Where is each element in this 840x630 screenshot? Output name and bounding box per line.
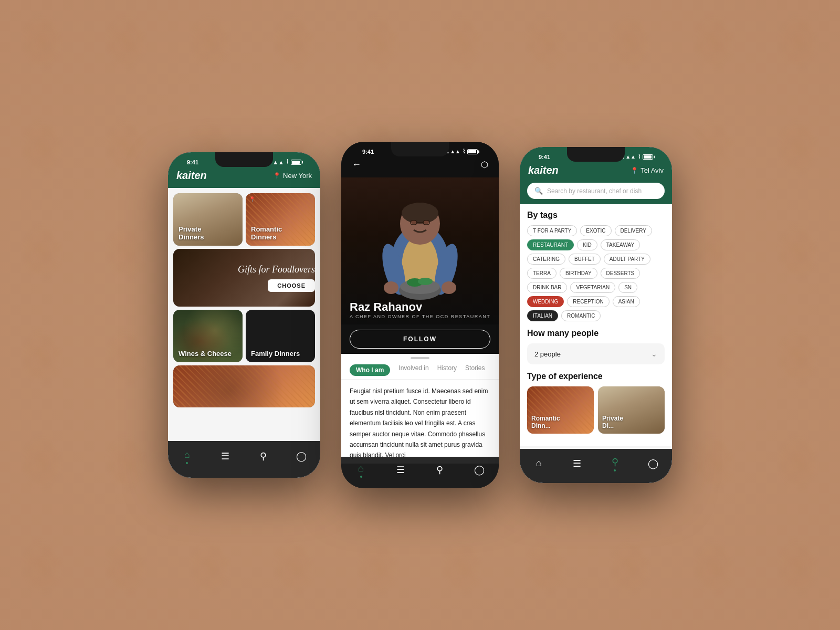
menu-icon-3: ☰ — [571, 457, 583, 470]
tag-sn[interactable]: SN — [618, 282, 637, 293]
tab-who-i-am[interactable]: Who I am — [350, 364, 390, 376]
location-row-3: 📍 Tel Aviv — [631, 166, 664, 174]
location-text-3: Tel Aviv — [640, 166, 664, 174]
nav-search-1[interactable]: ⚲ — [257, 450, 269, 463]
search-nav-icon: ⚲ — [257, 450, 269, 463]
nav-search-3[interactable]: ⚲ — [608, 456, 621, 471]
nav-bar-1: ⌂ ☰ ⚲ ◯ — [168, 441, 320, 478]
location-pin-icon-3: 📍 — [631, 167, 638, 174]
tag-buffet[interactable]: BUFFET — [569, 254, 601, 265]
menu-icon: ☰ — [219, 450, 232, 463]
nav-home-1[interactable]: ⌂ — [181, 448, 193, 464]
card-private-dinners[interactable]: PrivateDinners — [173, 193, 243, 246]
phone1-content: PrivateDinners 📍 RomanticDinners Gifts f… — [168, 188, 320, 445]
phone2-nav: ← ⬡ — [352, 157, 488, 172]
location-text-1: New York — [283, 172, 312, 180]
experience-cards: RomanticDinn... PrivateDi... — [527, 386, 665, 434]
nav-home-2[interactable]: ⌂ — [355, 462, 368, 478]
tab-involved-in[interactable]: Involved in — [398, 364, 428, 376]
tag-drink-bar[interactable]: DRINK BAR — [527, 282, 567, 293]
nav-search-2[interactable]: ⚲ — [434, 464, 446, 476]
scroll-indicator — [341, 354, 499, 359]
tag-asian[interactable]: ASIAN — [613, 296, 640, 307]
profile-icon-2: ◯ — [473, 464, 486, 476]
people-value: 2 people — [534, 350, 561, 358]
tag-vegetarian[interactable]: VEGETARIAN — [570, 282, 615, 293]
follow-btn-wrap: FOLLOW — [341, 324, 499, 354]
menu-icon-2: ☰ — [394, 464, 407, 476]
chef-info: Raz Rahanov A CHEF AND OWNER OF THE OCD … — [350, 300, 490, 319]
tag-restaurant[interactable]: RESTAURANT — [527, 239, 574, 250]
card-romantic-dinners[interactable]: 📍 RomanticDinners — [246, 193, 315, 246]
follow-button[interactable]: FOLLOW — [350, 330, 490, 349]
time-1: 9:41 — [187, 159, 198, 165]
app-logo-1: kaiten — [176, 170, 207, 182]
nav-menu-3[interactable]: ☰ — [571, 457, 583, 470]
search-input[interactable]: Search by restaurant, chef or dish — [547, 187, 642, 195]
tab-history[interactable]: History — [437, 364, 457, 376]
search-icon: 🔍 — [534, 187, 543, 195]
phone-1: 9:41 ▲▲▲ ⌇ kaiten 📍 New York — [168, 152, 320, 478]
wifi-icon-2: ⌇ — [463, 148, 465, 155]
tags-container: T FOR A PARTY EXOTIC DELIVERY RESTAURANT… — [527, 225, 665, 321]
exp-card-private[interactable]: PrivateDi... — [598, 386, 665, 434]
choose-button[interactable]: CHOOSE — [268, 279, 315, 292]
tag-italian[interactable]: ITALIAN — [527, 310, 558, 321]
tag-desserts[interactable]: DESSERTS — [601, 268, 640, 279]
svg-point-12 — [384, 281, 398, 294]
chef-photo: Raz Rahanov A CHEF AND OWNER OF THE OCD … — [341, 177, 499, 324]
notch-2 — [391, 142, 449, 156]
tag-wedding[interactable]: WEDDING — [527, 296, 564, 307]
home-icon-3: ⌂ — [532, 457, 545, 470]
search-bar[interactable]: 🔍 Search by restaurant, chef or dish — [527, 183, 665, 199]
card-wines-cheese[interactable]: Wines & Cheese — [173, 310, 243, 362]
nav-menu-2[interactable]: ☰ — [394, 464, 407, 476]
nav-profile-3[interactable]: ◯ — [647, 457, 659, 470]
search-bar-wrap: 🔍 Search by restaurant, chef or dish — [520, 183, 672, 204]
tag-reception[interactable]: RECEPTION — [567, 296, 609, 307]
tag-birthday[interactable]: BIRTHDAY — [560, 268, 597, 279]
battery-icon-3 — [643, 154, 653, 160]
tag-delivery[interactable]: DELIVERY — [615, 225, 652, 236]
dropdown-arrow-icon: ⌄ — [651, 350, 657, 358]
chef-subtitle: A CHEF AND OWNER OF THE OCD RESTAURANT — [350, 314, 490, 319]
app-logo-3: kaiten — [528, 164, 559, 176]
exp-card-romantic[interactable]: RomanticDinn... — [527, 386, 594, 434]
card-pasta[interactable] — [173, 365, 315, 407]
phone-2: 9:41 ▲▲▲ ⌇ ← ⬡ — [341, 142, 499, 488]
tag-adult-party[interactable]: ADULT PARTY — [604, 254, 650, 265]
experience-title: Type of experience — [527, 372, 665, 381]
people-dropdown[interactable]: 2 people ⌄ — [527, 343, 665, 364]
people-title: How many people — [527, 329, 665, 338]
chef-illustration — [368, 177, 472, 303]
tag-kid[interactable]: KID — [577, 239, 597, 250]
back-button[interactable]: ← — [352, 159, 361, 170]
share-button[interactable]: ⬡ — [481, 160, 488, 170]
card-wines-label: Wines & Cheese — [173, 345, 237, 362]
card-family-dinners[interactable]: Family Dinners — [246, 310, 315, 362]
bio-text: Feugiat nisl pretium fusce id. Maecenas … — [341, 380, 499, 464]
card-family-label: Family Dinners — [246, 345, 305, 362]
gifts-title: Gifts for Foodlovers — [238, 264, 315, 275]
tag-takeaway[interactable]: TAKEAWAY — [601, 239, 640, 250]
chef-name: Raz Rahanov — [350, 300, 490, 314]
tag-romantic[interactable]: ROMANTIC — [561, 310, 601, 321]
tag-terra[interactable]: TERRA — [527, 268, 556, 279]
nav-home-3[interactable]: ⌂ — [532, 457, 545, 470]
svg-point-4 — [402, 203, 438, 224]
status-icons-3: ▲▲▲ ⌇ — [620, 153, 653, 160]
tag-party[interactable]: T FOR A PARTY — [527, 225, 577, 236]
nav-profile-1[interactable]: ◯ — [295, 450, 308, 463]
nav-profile-2[interactable]: ◯ — [473, 464, 486, 476]
scroll-pill — [411, 357, 429, 359]
status-icons-2: ▲▲▲ ⌇ — [445, 148, 478, 155]
phone3-content: By tags T FOR A PARTY EXOTIC DELIVERY RE… — [520, 204, 672, 446]
battery-icon-2 — [467, 149, 478, 154]
card-gifts[interactable]: Gifts for Foodlovers CHOOSE — [173, 249, 315, 307]
tab-stories[interactable]: Stories — [465, 364, 485, 376]
card-romantic-label: RomanticDinners — [246, 221, 287, 246]
nav-active-dot — [186, 462, 188, 464]
tag-exotic[interactable]: EXOTIC — [580, 225, 611, 236]
tag-catering[interactable]: CATERING — [527, 254, 565, 265]
nav-menu-1[interactable]: ☰ — [219, 450, 232, 463]
